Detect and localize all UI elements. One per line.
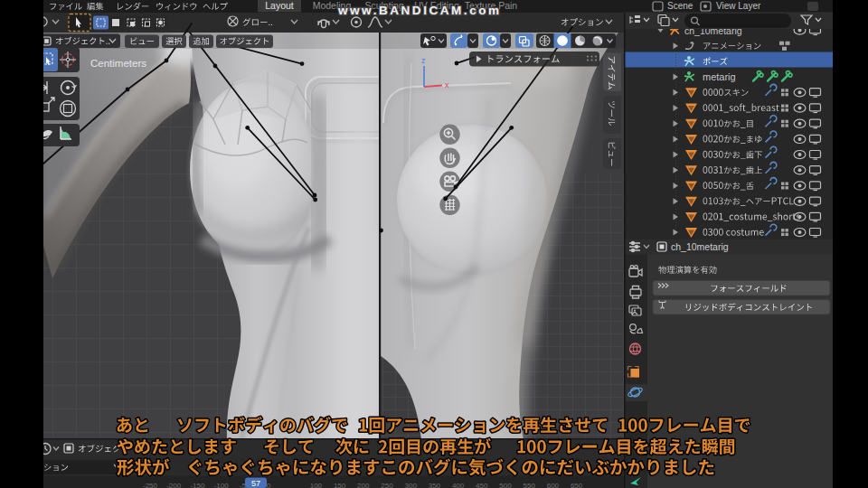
svg-text:x: x bbox=[445, 80, 449, 89]
svg-text:300: 300 bbox=[405, 482, 418, 488]
svg-text:57: 57 bbox=[251, 479, 260, 488]
svg-text:650: 650 bbox=[571, 482, 583, 488]
svg-text:-250: -250 bbox=[143, 482, 158, 488]
svg-text:Layout: Layout bbox=[265, 0, 294, 11]
svg-text:550: 550 bbox=[524, 482, 536, 488]
svg-text:-150: -150 bbox=[190, 482, 205, 488]
svg-text:400: 400 bbox=[452, 482, 465, 488]
svg-text:200: 200 bbox=[357, 482, 370, 488]
svg-text:150: 150 bbox=[334, 482, 346, 488]
svg-text:-200: -200 bbox=[166, 482, 182, 488]
svg-text:100: 100 bbox=[310, 482, 323, 488]
svg-text:250: 250 bbox=[381, 482, 393, 488]
svg-text:450: 450 bbox=[476, 482, 488, 488]
svg-text:metarig: metarig bbox=[703, 71, 736, 82]
svg-text:Scene: Scene bbox=[667, 1, 693, 11]
svg-text:z: z bbox=[421, 56, 426, 65]
svg-text:0: 0 bbox=[267, 482, 271, 488]
svg-text:350: 350 bbox=[429, 482, 441, 488]
svg-text:View Layer: View Layer bbox=[716, 1, 761, 11]
svg-text:500: 500 bbox=[499, 482, 512, 488]
svg-text:-100: -100 bbox=[214, 482, 230, 488]
svg-text:Centimeters: Centimeters bbox=[90, 58, 146, 69]
svg-text:600: 600 bbox=[547, 482, 560, 488]
svg-text:www.BANDICAM.com: www.BANDICAM.com bbox=[337, 4, 502, 17]
svg-text:ch_10metarig: ch_10metarig bbox=[671, 241, 729, 252]
